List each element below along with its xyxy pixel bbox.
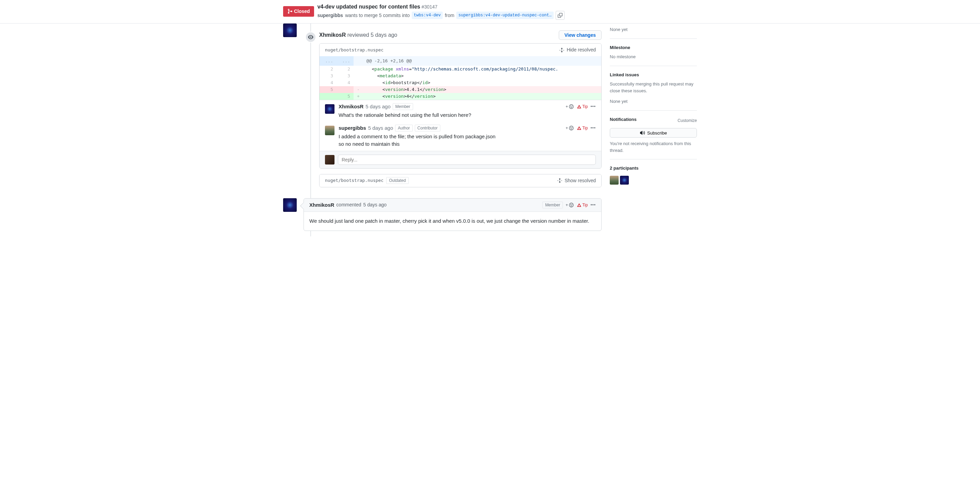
sidebar-linked-value: None yet (610, 98, 697, 105)
review-thread: nuget/bootstrap.nuspec Hide resolved ...… (319, 43, 601, 169)
diff-line-context: 33 <metadata> (320, 73, 601, 79)
role-badge: Contributor (415, 124, 440, 131)
pr-title[interactable]: v4-dev updated nuspec for content files (318, 4, 420, 10)
comment-card: XhmikosR commented 5 days ago Member + T… (304, 198, 601, 231)
comment-timestamp: 5 days ago (366, 103, 390, 111)
participant-avatar[interactable] (610, 176, 619, 185)
hunk-header: ...... @@ -2,16 +2,16 @@ (320, 56, 601, 66)
diff-line-context: 22 <package xmlns="http://schemas.micros… (320, 66, 601, 73)
add-reaction-button[interactable]: + (566, 125, 574, 131)
kebab-icon[interactable]: ••• (590, 104, 596, 110)
review-thread-collapsed: nuget/bootstrap.nuspec Outdated Show res… (319, 174, 601, 187)
sidebar-reviewers-value: None yet (610, 26, 697, 33)
diff-line-deletion: 5- <version>4.4.1</version> (320, 86, 601, 93)
comment-timestamp: 5 days ago (368, 124, 393, 132)
base-branch[interactable]: twbs:v4-dev (412, 11, 443, 19)
avatar[interactable] (325, 126, 334, 135)
review-comment: XhmikosR 5 days ago Member + Tip ••• (320, 100, 601, 121)
triangle-icon (577, 203, 582, 207)
avatar[interactable] (283, 198, 297, 212)
triangle-icon (577, 104, 582, 109)
reply-input[interactable] (338, 155, 596, 165)
diff-filename[interactable]: nuget/bootstrap.nuspec (325, 47, 383, 53)
smiley-icon (569, 202, 574, 208)
svg-point-1 (571, 106, 571, 106)
triangle-icon (577, 126, 582, 131)
hide-resolved-button[interactable]: Hide resolved (559, 46, 596, 53)
svg-point-3 (569, 126, 573, 130)
sidebar-linked-desc: Successfully merging this pull request m… (610, 81, 697, 94)
diff-line-addition: 5+ <version>4</version> (320, 93, 601, 100)
review-author[interactable]: XhmikosR (319, 32, 346, 38)
unfold-icon (557, 178, 563, 183)
avatar[interactable] (283, 24, 297, 37)
sidebar-notif-desc: You're not receiving notifications from … (610, 140, 697, 153)
comment-body: What's the rationale behind not using th… (339, 112, 596, 119)
unfold-icon (559, 47, 565, 53)
comment-author[interactable]: supergibbs (339, 124, 366, 132)
role-badge: Author (395, 124, 412, 131)
tip-button[interactable]: Tip (577, 125, 588, 131)
review-comment: supergibbs 5 days ago Author Contributor… (320, 121, 601, 151)
sidebar-participants-title: 2 participants (610, 165, 697, 172)
outdated-badge: Outdated (386, 177, 408, 184)
pr-sticky-header: Closed v4-dev updated nuspec for content… (0, 0, 980, 24)
subscribe-button[interactable]: Subscribe (610, 128, 697, 137)
add-reaction-button[interactable]: + (566, 104, 574, 110)
role-badge: Member (542, 202, 563, 209)
comment-body: I added a comment to the file; the versi… (339, 133, 502, 148)
smiley-icon (569, 125, 574, 131)
sidebar-notifications-title: Notifications (610, 116, 637, 123)
avatar[interactable] (325, 155, 334, 164)
svg-point-7 (571, 204, 571, 205)
review-timestamp: 5 days ago (371, 32, 397, 38)
sidebar-milestone-title[interactable]: Milestone (610, 44, 697, 51)
head-branch[interactable]: supergibbs:v4-dev-updated-nuspec-cont… (456, 11, 554, 19)
diff-line-context: 44 <id>bootstrap</id> (320, 79, 601, 86)
avatar[interactable] (325, 104, 334, 114)
pr-number: #30147 (422, 4, 438, 10)
view-changes-button[interactable]: View changes (559, 30, 601, 40)
git-pull-request-icon (287, 8, 293, 14)
show-resolved-button[interactable]: Show resolved (557, 177, 596, 184)
add-reaction-button[interactable]: + (566, 202, 574, 208)
participant-avatar[interactable] (620, 176, 629, 185)
smiley-icon (569, 104, 574, 109)
comment-body: We should just land one patch in master,… (304, 212, 601, 231)
unmute-icon (640, 130, 645, 136)
diff-filename[interactable]: nuget/bootstrap.nuspec (325, 177, 383, 184)
sidebar-milestone-value: No milestone (610, 53, 697, 60)
role-badge: Member (393, 103, 413, 110)
tip-button[interactable]: Tip (577, 202, 588, 208)
customize-link[interactable]: Customize (678, 118, 697, 124)
sidebar: None yet Milestone No milestone Linked i… (610, 24, 697, 236)
comment-author[interactable]: XhmikosR (309, 201, 334, 209)
svg-point-6 (569, 203, 573, 207)
diff-table: ...... @@ -2,16 +2,16 @@ 22 <package xml… (320, 56, 601, 100)
review-event-icon (305, 32, 316, 43)
svg-point-0 (569, 105, 573, 108)
state-label: Closed (294, 8, 310, 15)
eye-icon (308, 34, 313, 40)
review-action: reviewed (347, 32, 369, 38)
pr-author[interactable]: supergibbs (318, 12, 343, 19)
copy-branch-icon[interactable] (556, 11, 565, 20)
kebab-icon[interactable]: ••• (590, 202, 596, 208)
state-badge: Closed (283, 6, 314, 17)
comment-timestamp: 5 days ago (363, 201, 387, 209)
comment-author[interactable]: XhmikosR (339, 103, 363, 111)
kebab-icon[interactable]: ••• (590, 125, 596, 131)
pr-meta: supergibbs wants to merge 5 commits into… (318, 11, 565, 20)
tip-button[interactable]: Tip (577, 104, 588, 110)
sidebar-linked-title[interactable]: Linked issues (610, 72, 697, 78)
